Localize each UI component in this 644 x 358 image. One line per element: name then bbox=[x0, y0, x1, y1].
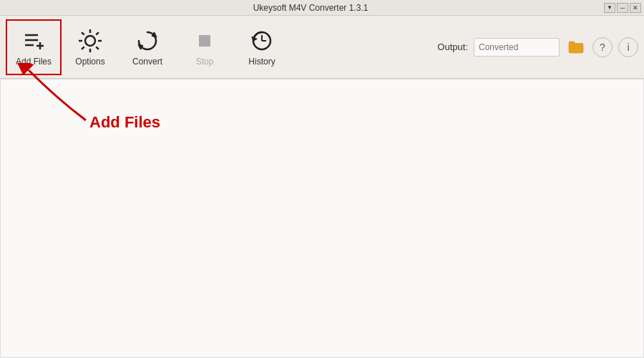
stop-button[interactable]: Stop bbox=[176, 19, 233, 76]
svg-line-12 bbox=[96, 32, 99, 35]
history-icon bbox=[249, 28, 275, 54]
history-button[interactable]: History bbox=[233, 19, 291, 76]
dropdown-btn[interactable]: ▼ bbox=[604, 3, 615, 13]
options-icon bbox=[77, 28, 103, 54]
history-label: History bbox=[248, 57, 275, 67]
minimize-btn[interactable]: ─ bbox=[617, 3, 628, 13]
convert-icon bbox=[135, 28, 160, 54]
close-btn[interactable]: ✕ bbox=[630, 3, 641, 13]
svg-line-10 bbox=[82, 32, 84, 35]
folder-button[interactable] bbox=[565, 38, 587, 57]
stop-label: Stop bbox=[196, 57, 214, 67]
window-title: Ukeysoft M4V Converter 1.3.1 bbox=[17, 3, 604, 13]
output-input[interactable] bbox=[474, 38, 560, 57]
convert-button[interactable]: Convert bbox=[119, 19, 176, 76]
info-button[interactable]: i bbox=[618, 37, 638, 57]
svg-rect-14 bbox=[199, 35, 210, 47]
folder-icon bbox=[568, 41, 584, 54]
convert-label: Convert bbox=[132, 57, 162, 67]
stop-icon bbox=[192, 28, 218, 54]
help-button[interactable]: ? bbox=[592, 37, 613, 57]
output-label: Output: bbox=[437, 42, 468, 52]
window-controls: ▼ ─ ✕ bbox=[604, 3, 641, 13]
svg-line-11 bbox=[96, 47, 99, 49]
title-bar: Ukeysoft M4V Converter 1.3.1 ▼ ─ ✕ bbox=[0, 0, 644, 16]
svg-point-5 bbox=[85, 36, 95, 46]
add-files-icon bbox=[21, 28, 47, 54]
annotation-arrow bbox=[14, 63, 107, 127]
toolbar-right: Output: ? i bbox=[437, 37, 638, 57]
svg-line-13 bbox=[82, 47, 84, 49]
